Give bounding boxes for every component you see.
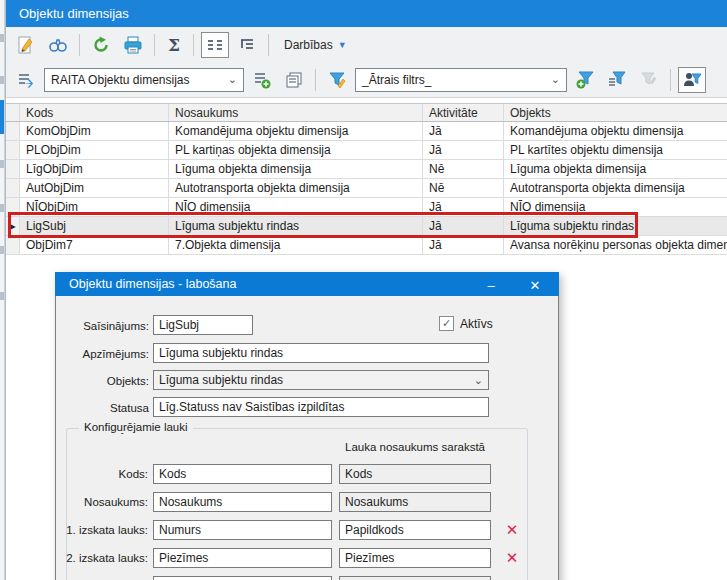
izskata-lauks-1-list-name-field[interactable] bbox=[339, 520, 491, 540]
column-header-aktivitate[interactable]: Aktivitāte bbox=[423, 104, 504, 121]
refresh-icon[interactable] bbox=[87, 32, 115, 58]
saisinajums-field[interactable] bbox=[153, 315, 253, 335]
binoculars-icon[interactable] bbox=[44, 32, 72, 58]
group-title: Konfigurējamie lauki bbox=[79, 421, 193, 433]
toolbar-separator bbox=[670, 69, 671, 91]
row-selection-marker-icon: ▶ bbox=[6, 217, 20, 235]
kods-label: Kods: bbox=[61, 464, 148, 484]
dimensions-table: Kods Nosaukums Aktivitāte Objekts KomObj… bbox=[6, 103, 727, 255]
toolbar-separator bbox=[193, 34, 194, 56]
toolbar-separator bbox=[79, 34, 80, 56]
toolbar-separator bbox=[315, 69, 316, 91]
minimize-icon[interactable]: – bbox=[474, 273, 508, 297]
add-filter-icon[interactable] bbox=[571, 67, 599, 93]
statusa-nosacijums-field[interactable] bbox=[153, 397, 489, 417]
copy-view-icon[interactable] bbox=[280, 67, 308, 93]
apzimejums-label: Apzīmējums: bbox=[54, 344, 149, 364]
chevron-down-icon: ⌄ bbox=[551, 73, 560, 86]
column-header-objekts[interactable]: Objekts bbox=[504, 104, 727, 121]
table-row-selected[interactable]: ▶ LigSubj Līguma subjektu rindas Jā Līgu… bbox=[6, 217, 727, 236]
edit-filter-icon[interactable] bbox=[323, 67, 351, 93]
column-header-kods[interactable]: Kods bbox=[20, 104, 169, 121]
kods-field[interactable] bbox=[153, 464, 332, 484]
toolbar-separator bbox=[268, 34, 269, 56]
table-row[interactable]: ObjDim7 7.Objekta dimensija Jā Avansa no… bbox=[6, 236, 727, 255]
remove-field-1-icon[interactable]: ✕ bbox=[503, 521, 521, 539]
nosaukums-field[interactable] bbox=[153, 492, 332, 512]
column-header-nosaukums[interactable]: Nosaukums bbox=[169, 104, 423, 121]
aktivs-checkbox[interactable]: ✓ bbox=[439, 316, 454, 331]
quick-filter-select[interactable]: _Ātrais filtrs_ ⌄ bbox=[355, 68, 567, 92]
table-row[interactable]: PLObjDim PL kartiņas objekta dimensija J… bbox=[6, 141, 727, 160]
table-row[interactable]: NĪObjDim NĪO dimensija Jā NĪO dimensija bbox=[6, 198, 727, 217]
nosaukums-list-name-field[interactable] bbox=[339, 492, 491, 512]
kods-list-name-field[interactable] bbox=[339, 464, 491, 484]
dialog-title: Objektu dimensijas - labošana bbox=[69, 277, 236, 291]
chevron-down-icon: ⌄ bbox=[474, 374, 483, 387]
izskata-lauks-2-label: 2. izskata lauks: bbox=[61, 548, 148, 568]
view-select[interactable]: RAITA Objektu dimensijas ⌄ bbox=[44, 68, 244, 92]
izskata-lauks-2-list-name-field[interactable] bbox=[339, 548, 491, 568]
toolbar-separator bbox=[154, 34, 155, 56]
chevron-down-icon: ▼ bbox=[338, 40, 347, 50]
apply-view-icon[interactable] bbox=[12, 67, 40, 93]
objekts-label: Objekts: bbox=[54, 371, 149, 391]
aktivs-label: Aktīvs bbox=[460, 317, 493, 331]
izskata-lauks-3-field[interactable] bbox=[153, 576, 332, 580]
background-selection-fragment bbox=[0, 100, 4, 134]
izskata-lauks-1-field[interactable] bbox=[153, 520, 332, 540]
list-view-icon[interactable] bbox=[201, 32, 229, 58]
user-filter-icon[interactable] bbox=[678, 67, 706, 93]
filter-conditions-icon[interactable] bbox=[603, 67, 631, 93]
window-title: Objektu dimensijas bbox=[19, 6, 129, 21]
apzimejums-field[interactable] bbox=[153, 343, 489, 363]
add-view-icon[interactable] bbox=[248, 67, 276, 93]
konfigurejamie-lauki-group: Konfigurējamie lauki Lauka nosaukums sar… bbox=[66, 428, 528, 580]
column-view-icon[interactable] bbox=[233, 32, 261, 58]
edit-dialog: Objektu dimensijas - labošana – ✕ Saīsin… bbox=[55, 272, 559, 580]
izskata-lauks-3-label: 3. izskata lauks: bbox=[61, 576, 148, 580]
main-toolbar: Σ bbox=[6, 27, 727, 62]
izskata-lauks-2-field[interactable] bbox=[153, 548, 332, 568]
izskata-lauks-3-list-name-field[interactable] bbox=[339, 576, 491, 580]
col2-header: Lauka nosaukums sarakstā bbox=[339, 441, 491, 453]
izskata-lauks-1-label: 1. izskata lauks: bbox=[61, 520, 148, 540]
table-row[interactable]: KomObjDim Komandējuma objektu dimensija … bbox=[6, 122, 727, 141]
darbibas-menu[interactable]: Darbības ▼ bbox=[276, 32, 355, 58]
saisinajums-label: Saīsinājums: bbox=[54, 316, 149, 336]
sum-icon[interactable]: Σ bbox=[162, 32, 186, 58]
chevron-down-icon: ⌄ bbox=[228, 73, 237, 86]
filter-toolbar: RAITA Objektu dimensijas ⌄ bbox=[6, 62, 727, 98]
objekts-select[interactable]: Līguma subjektu rindas ⌄ bbox=[153, 370, 489, 390]
screen: Objektu dimensijas bbox=[0, 0, 727, 580]
table-row[interactable]: AutObjDim Autotransporta objekta dimensi… bbox=[6, 179, 727, 198]
table-header-row: Kods Nosaukums Aktivitāte Objekts bbox=[6, 103, 727, 122]
window-title-bar: Objektu dimensijas bbox=[6, 0, 727, 27]
close-icon[interactable]: ✕ bbox=[518, 273, 552, 297]
nosaukums-label: Nosaukums: bbox=[61, 492, 148, 512]
table-row[interactable]: LīgObjDim Līguma objekta dimensija Nē Lī… bbox=[6, 160, 727, 179]
remove-field-2-icon[interactable]: ✕ bbox=[503, 549, 521, 567]
pin-filter-icon bbox=[635, 67, 663, 93]
edit-document-icon[interactable] bbox=[12, 32, 40, 58]
print-icon[interactable] bbox=[119, 32, 147, 58]
